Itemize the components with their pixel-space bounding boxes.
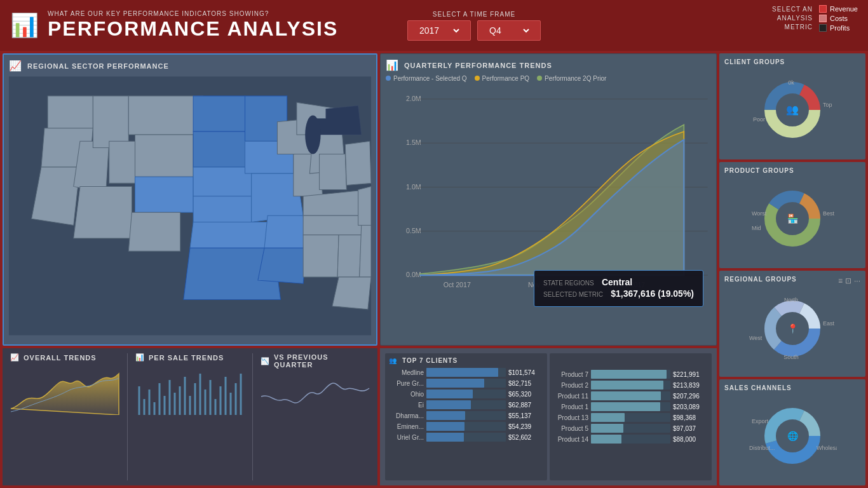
svg-text:Dec 2017: Dec 2017 xyxy=(616,281,646,288)
profits-label: Profits xyxy=(830,24,850,32)
quarterly-chart-svg: 2.0M 1.5M 1.0M 0.5M 0.0M Oct 2017 Nov 20… xyxy=(386,85,711,321)
client-bar-1 xyxy=(426,368,506,377)
svg-marker-19 xyxy=(190,222,271,248)
bottom-center: 👥 TOP 7 CLIENTS Medline $101,574 Pure Gr… xyxy=(380,348,717,485)
products-spacer xyxy=(553,357,708,370)
svg-text:🌐: 🌐 xyxy=(787,431,799,442)
svg-marker-35 xyxy=(358,186,371,225)
expand-icon[interactable]: ⊡ xyxy=(845,276,851,285)
svg-marker-5 xyxy=(93,96,128,147)
quarterly-title-text: QUARTERLY PERFORMANCE TRENDS xyxy=(404,62,552,69)
client-value-6: $54,239 xyxy=(508,423,543,430)
regional-groups-panel: REGIONAL GROUPS ≡ ⊡ ··· 📍 North East Sou… xyxy=(719,271,865,377)
analysis-label: SELECT ANANALYSISMETRIC xyxy=(772,5,813,32)
svg-marker-28 xyxy=(345,141,371,185)
legend-profits[interactable]: Profits xyxy=(819,24,858,32)
client-name-4: Ei xyxy=(389,402,424,409)
svg-text:Poor: Poor xyxy=(753,116,765,123)
overall-trends-icon: 📈 xyxy=(10,353,20,362)
quarterly-icon: 📊 xyxy=(386,59,399,71)
svg-text:Wholesale: Wholesale xyxy=(817,445,837,451)
product-value-4: $203,089 xyxy=(673,403,708,410)
bottom-left: 📈 OVERALL TRENDS 📊 PER SALE TRENDS xyxy=(3,348,377,485)
legend-revenue[interactable]: Revenue xyxy=(819,5,858,13)
clients-list: Medline $101,574 Pure Gr... $82,715 Ohio xyxy=(389,368,543,442)
regional-title-text: REGIONAL SECTOR PERFORMANCE xyxy=(27,62,169,70)
product-value-5: $98,368 xyxy=(673,414,708,421)
product-value-2: $213,839 xyxy=(673,382,708,389)
svg-marker-13 xyxy=(193,132,245,167)
products-panel: Product 7 $221,991 Product 2 $213,839 Pr… xyxy=(550,353,712,480)
product-name-7: Product 14 xyxy=(553,436,588,443)
client-groups-panel: CLIENT GROUPS 👥 0k Top Poor xyxy=(719,53,865,159)
revenue-legend-box xyxy=(819,5,827,13)
map-container[interactable] xyxy=(9,76,371,336)
svg-text:Nov 2017: Nov 2017 xyxy=(528,281,557,288)
product-value-7: $88,000 xyxy=(673,436,708,443)
svg-marker-12 xyxy=(193,96,245,132)
vs-prev-sparkline xyxy=(261,371,370,422)
product-groups-title: PRODUCT GROUPS xyxy=(724,167,860,174)
product-fill-5 xyxy=(591,413,625,422)
per-sale-trends-section: 📊 PER SALE TRENDS xyxy=(128,353,253,480)
client-bar-2 xyxy=(426,379,506,388)
product-item-1: Product 7 $221,991 xyxy=(553,370,708,379)
menu-icon[interactable]: ≡ xyxy=(838,276,843,285)
vs-previous-section: 📉 VS PREVIOUS QUARTER xyxy=(253,353,377,480)
legend-costs[interactable]: Costs xyxy=(819,15,858,22)
quarter-select[interactable]: Q4 Q1 Q2 Q3 xyxy=(487,25,531,36)
per-sale-sparkline xyxy=(135,364,245,415)
regional-groups-header: REGIONAL GROUPS ≡ ⊡ ··· xyxy=(724,276,860,285)
sales-channels-panel: SALES CHANNELS 🌐 Export Distribut... Who… xyxy=(719,379,865,485)
client-fill-6 xyxy=(426,422,465,431)
client-name-6: Eminen... xyxy=(389,423,424,430)
svg-text:Export: Export xyxy=(752,418,769,424)
client-item-1: Medline $101,574 xyxy=(389,368,543,377)
product-fill-2 xyxy=(591,381,663,390)
legend-selected-q: Performance - Selected Q xyxy=(386,75,467,82)
vs-prev-icon: 📉 xyxy=(261,357,270,365)
svg-marker-27 xyxy=(320,154,347,190)
client-bar-3 xyxy=(426,390,506,398)
product-value-1: $221,991 xyxy=(673,371,708,378)
svg-text:West: West xyxy=(749,335,763,341)
legend-items: Revenue Costs Profits xyxy=(819,5,858,32)
svg-text:Oct 2017: Oct 2017 xyxy=(444,281,471,288)
analysis-block: SELECT ANANALYSISMETRIC Revenue Costs Pr… xyxy=(772,5,858,32)
regional-panel: 📈 REGIONAL SECTOR PERFORMANCE xyxy=(3,53,377,346)
client-name-3: Ohio xyxy=(389,391,424,398)
client-name-2: Pure Gr... xyxy=(389,380,424,387)
regional-groups-title: REGIONAL GROUPS xyxy=(724,276,797,283)
client-value-3: $65,320 xyxy=(508,391,543,398)
us-map-svg[interactable] xyxy=(9,76,371,336)
year-select[interactable]: 2017 2016 2015 2018 xyxy=(417,25,461,36)
year-dropdown[interactable]: 2017 2016 2015 2018 xyxy=(407,20,471,41)
client-fill-4 xyxy=(426,400,471,409)
product-name-3: Product 11 xyxy=(553,393,588,400)
svg-text:Best: Best xyxy=(823,210,835,217)
client-fill-2 xyxy=(426,379,484,388)
product-fill-7 xyxy=(591,435,621,444)
client-bar-5 xyxy=(426,411,506,420)
regional-panel-title: 📈 REGIONAL SECTOR PERFORMANCE xyxy=(9,60,371,72)
product-bar-5 xyxy=(591,413,670,422)
client-name-7: Uriel Gr... xyxy=(389,434,424,441)
more-icon[interactable]: ··· xyxy=(854,276,860,285)
sales-channels-title: SALES CHANNELS xyxy=(724,384,860,391)
product-groups-panel: PRODUCT GROUPS 🏪 Worst Mid Best xyxy=(719,162,865,268)
svg-text:Mid: Mid xyxy=(752,225,761,231)
svg-marker-22 xyxy=(258,248,306,283)
quarter-dropdown[interactable]: Q4 Q1 Q2 Q3 xyxy=(477,20,541,41)
client-item-7: Uriel Gr... $52,602 xyxy=(389,433,543,442)
client-value-7: $52,602 xyxy=(508,434,543,441)
client-fill-7 xyxy=(426,433,464,442)
product-item-2: Product 2 $213,839 xyxy=(553,381,708,390)
svg-marker-31 xyxy=(303,235,339,277)
svg-marker-34 xyxy=(332,277,371,309)
product-name-4: Product 1 xyxy=(553,403,588,410)
svg-text:North: North xyxy=(784,297,798,303)
per-sale-icon: 📊 xyxy=(135,353,145,362)
client-name-1: Medline xyxy=(389,369,424,376)
time-frame-selects: 2017 2016 2015 2018 Q4 Q1 Q2 Q3 xyxy=(407,20,541,41)
regional-groups-icons[interactable]: ≡ ⊡ ··· xyxy=(838,276,860,285)
